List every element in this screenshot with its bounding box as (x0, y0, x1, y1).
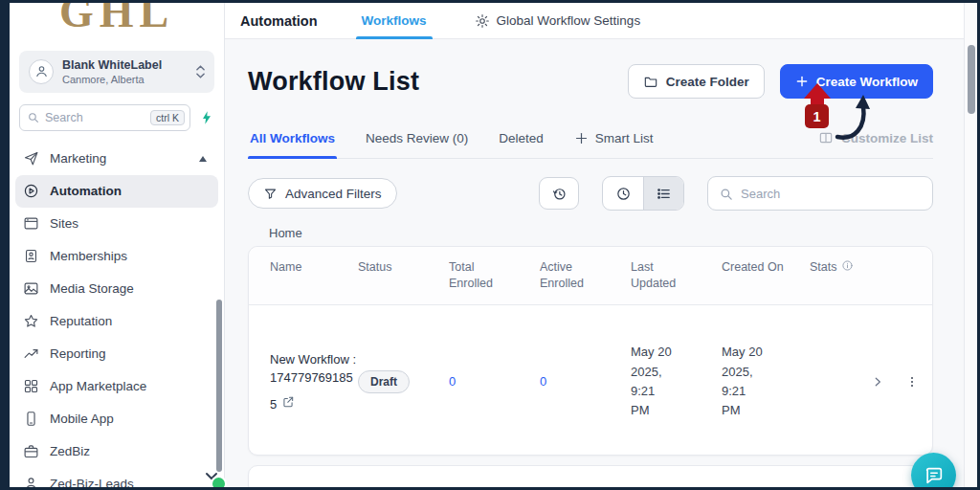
chat-bubble-icon (924, 465, 945, 486)
active-enrolled-value[interactable]: 0 (540, 374, 546, 389)
table-row-partial[interactable] (248, 465, 933, 487)
table-header-row: Name Status Total Enrolled Active Enroll… (249, 247, 932, 305)
sidebar: GHL Blank WhiteLabel Canmore, Alberta ct… (10, 3, 225, 487)
col-header-last-updated: Last Updated (631, 259, 722, 292)
sidebar-item-label: Media Storage (50, 281, 134, 296)
person-icon (23, 476, 39, 487)
sidebar-item-automation[interactable]: Automation (15, 175, 218, 208)
sidebar-item-media-storage[interactable]: Media Storage (10, 273, 224, 305)
customize-list-button[interactable]: Customize List (818, 130, 933, 158)
sidebar-item-app-marketplace[interactable]: App Marketplace (10, 370, 224, 403)
sidebar-item-label: Memberships (50, 249, 127, 263)
topbar: Automation Workflows Global Workflow Set… (225, 3, 977, 39)
person-icon (34, 64, 49, 78)
kebab-icon (905, 374, 919, 390)
sidebar-item-label: Sites (50, 216, 78, 231)
sidebar-search[interactable]: ctrl K (19, 104, 190, 131)
add-smart-list-button[interactable]: Smart List (572, 125, 656, 158)
lightning-icon[interactable] (199, 110, 214, 125)
sidebar-scrollbar-thumb[interactable] (216, 300, 222, 472)
tab-workflows[interactable]: Workflows (358, 3, 431, 39)
sidebar-item-label: ZedBiz (50, 444, 90, 458)
sidebar-item-reputation[interactable]: Reputation (10, 305, 224, 338)
gear-icon (475, 13, 490, 29)
created-on-value: May 20 2025, 9:21 PM (722, 343, 764, 420)
account-name: Blank WhiteLabel (62, 58, 162, 74)
col-header-status: Status (358, 259, 449, 292)
global-workflow-settings-button[interactable]: Global Workflow Settings (475, 13, 641, 29)
page-title: Workflow List (248, 67, 419, 97)
create-workflow-label: Create Workflow (816, 75, 918, 89)
sidebar-item-mobile-app[interactable]: Mobile App (10, 403, 224, 435)
play-circle-icon (23, 183, 39, 199)
workflow-search[interactable] (707, 176, 933, 211)
create-workflow-button[interactable]: Create Workflow (780, 64, 933, 99)
recent-view-button[interactable] (603, 177, 643, 210)
main-scrollbar[interactable] (964, 3, 977, 487)
account-switch-chevrons-icon (196, 65, 205, 78)
create-folder-button[interactable]: Create Folder (628, 64, 765, 99)
last-updated-value: May 20 2025, 9:21 PM (631, 343, 673, 420)
smart-list-label: Smart List (595, 131, 654, 145)
phone-icon (23, 411, 39, 427)
chevron-right-icon (871, 375, 884, 389)
tab-all-workflows[interactable]: All Workflows (248, 125, 337, 158)
advanced-filters-button[interactable]: Advanced Filters (248, 178, 397, 209)
global-workflow-settings-label: Global Workflow Settings (497, 13, 641, 28)
col-header-name: Name (270, 259, 358, 292)
send-icon (23, 150, 39, 167)
sidebar-item-label: Zed-Biz-Leads (50, 477, 134, 487)
plus-icon (574, 131, 589, 145)
columns-icon (818, 130, 834, 145)
account-avatar (29, 59, 54, 84)
col-header-created-on: Created On (722, 259, 810, 292)
search-icon (27, 111, 39, 123)
sidebar-item-zed-biz-leads[interactable]: Zed-Biz-Leads (10, 468, 224, 487)
sidebar-item-label: App Marketplace (50, 379, 146, 393)
sidebar-item-label: Marketing (50, 151, 106, 166)
search-icon (719, 187, 733, 201)
workflow-search-input[interactable] (741, 187, 922, 201)
open-in-new-tab-icon[interactable] (281, 395, 295, 409)
agency-logo: GHL (10, 3, 224, 39)
table-row[interactable]: New Workflow : 1747797691855 Draft 0 0 M… (249, 305, 932, 455)
main-area: Automation Workflows Global Workflow Set… (225, 3, 977, 487)
status-dot (211, 476, 227, 487)
id-badge-icon (23, 248, 39, 264)
workflow-tabs: All Workflows Needs Review (0) Deleted S… (248, 125, 933, 159)
filter-icon (263, 187, 278, 201)
sidebar-menu: Marketing Automation Sites Memberships M… (10, 143, 224, 487)
sidebar-item-marketing[interactable]: Marketing (10, 143, 224, 175)
chat-widget-button[interactable] (911, 453, 956, 487)
row-expand-chevron[interactable] (871, 375, 905, 389)
image-icon (23, 280, 39, 297)
sidebar-item-reporting[interactable]: Reporting (10, 338, 224, 370)
tab-deleted[interactable]: Deleted (497, 125, 546, 158)
agency-logo-text: GHL (59, 3, 174, 39)
topbar-title: Automation (240, 13, 318, 29)
plus-icon (795, 75, 809, 88)
sidebar-item-label: Mobile App (50, 412, 114, 426)
list-view-button[interactable] (643, 177, 683, 210)
total-enrolled-value[interactable]: 0 (449, 374, 456, 389)
star-icon (23, 313, 39, 329)
customize-list-label: Customize List (841, 131, 933, 145)
history-clock-icon (551, 186, 568, 202)
workflow-table: Name Status Total Enrolled Active Enroll… (248, 246, 933, 456)
col-header-stats: Stats (810, 259, 871, 292)
info-icon[interactable] (841, 259, 854, 272)
tab-needs-review[interactable]: Needs Review (0) (364, 125, 470, 158)
row-kebab-menu[interactable] (905, 374, 930, 390)
sidebar-search-input[interactable] (45, 111, 145, 124)
collapse-icon (199, 156, 207, 162)
sidebar-item-memberships[interactable]: Memberships (10, 240, 224, 273)
sidebar-item-zedbiz[interactable]: ZedBiz (10, 435, 224, 468)
main-scrollbar-thumb[interactable] (968, 45, 975, 114)
sidebar-item-sites[interactable]: Sites (10, 208, 224, 240)
advanced-filters-label: Advanced Filters (285, 187, 382, 201)
breadcrumb-home[interactable]: Home (269, 226, 302, 240)
account-switcher[interactable]: Blank WhiteLabel Canmore, Alberta (19, 51, 214, 93)
list-icon (656, 186, 672, 202)
enrollment-history-button[interactable] (539, 177, 579, 210)
sidebar-item-label: Reporting (50, 346, 106, 361)
